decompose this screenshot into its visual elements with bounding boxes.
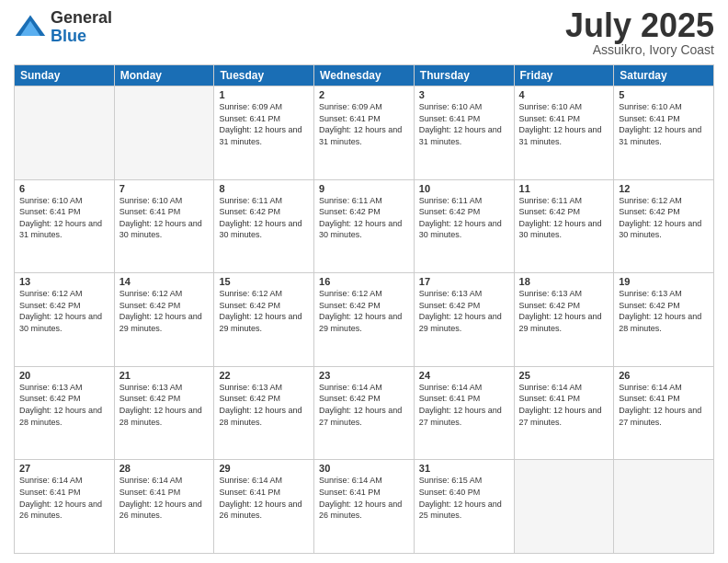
calendar-cell [614,460,714,554]
calendar-cell: 1Sunrise: 6:09 AMSunset: 6:41 PMDaylight… [214,86,314,180]
calendar-cell: 3Sunrise: 6:10 AMSunset: 6:41 PMDaylight… [414,86,514,180]
day-info: Sunrise: 6:13 AMSunset: 6:42 PMDaylight:… [619,288,709,334]
day-info: Sunrise: 6:14 AMSunset: 6:42 PMDaylight:… [319,382,409,428]
calendar-cell: 5Sunrise: 6:10 AMSunset: 6:41 PMDaylight… [614,86,714,180]
calendar-cell: 21Sunrise: 6:13 AMSunset: 6:42 PMDayligh… [114,366,214,460]
day-info: Sunrise: 6:09 AMSunset: 6:41 PMDaylight:… [319,101,409,147]
day-info: Sunrise: 6:12 AMSunset: 6:42 PMDaylight:… [319,288,409,334]
calendar-cell: 24Sunrise: 6:14 AMSunset: 6:41 PMDayligh… [414,366,514,460]
day-number: 4 [519,89,609,100]
day-number: 10 [419,183,509,194]
day-info: Sunrise: 6:11 AMSunset: 6:42 PMDaylight:… [419,195,509,241]
day-number: 29 [219,463,309,474]
calendar-cell: 8Sunrise: 6:11 AMSunset: 6:42 PMDaylight… [214,179,314,273]
logo-general-text: General [51,9,112,28]
calendar-week-4: 27Sunrise: 6:14 AMSunset: 6:41 PMDayligh… [15,460,714,554]
calendar-cell: 17Sunrise: 6:13 AMSunset: 6:42 PMDayligh… [414,273,514,367]
day-number: 8 [219,183,309,194]
day-number: 5 [619,89,709,100]
calendar-cell: 12Sunrise: 6:12 AMSunset: 6:42 PMDayligh… [614,179,714,273]
day-number: 13 [19,276,109,287]
col-wednesday: Wednesday [314,65,415,86]
calendar-week-3: 20Sunrise: 6:13 AMSunset: 6:42 PMDayligh… [15,366,714,460]
day-number: 31 [419,463,509,474]
day-number: 9 [319,183,409,194]
col-thursday: Thursday [414,65,514,86]
day-number: 27 [19,463,109,474]
col-friday: Friday [514,65,614,86]
calendar-cell: 4Sunrise: 6:10 AMSunset: 6:41 PMDaylight… [514,86,614,180]
day-info: Sunrise: 6:12 AMSunset: 6:42 PMDaylight:… [219,288,309,334]
calendar-cell: 23Sunrise: 6:14 AMSunset: 6:42 PMDayligh… [314,366,415,460]
day-info: Sunrise: 6:13 AMSunset: 6:42 PMDaylight:… [419,288,509,334]
calendar-cell: 11Sunrise: 6:11 AMSunset: 6:42 PMDayligh… [514,179,614,273]
day-info: Sunrise: 6:13 AMSunset: 6:42 PMDaylight:… [219,382,309,428]
calendar-cell: 9Sunrise: 6:11 AMSunset: 6:42 PMDaylight… [314,179,415,273]
day-info: Sunrise: 6:14 AMSunset: 6:41 PMDaylight:… [619,382,709,428]
calendar-cell: 10Sunrise: 6:11 AMSunset: 6:42 PMDayligh… [414,179,514,273]
calendar-header-row: Sunday Monday Tuesday Wednesday Thursday… [15,65,714,86]
day-number: 3 [419,89,509,100]
calendar-cell: 30Sunrise: 6:14 AMSunset: 6:41 PMDayligh… [314,460,415,554]
day-info: Sunrise: 6:14 AMSunset: 6:41 PMDaylight:… [119,475,210,521]
calendar-cell: 25Sunrise: 6:14 AMSunset: 6:41 PMDayligh… [514,366,614,460]
calendar-cell: 22Sunrise: 6:13 AMSunset: 6:42 PMDayligh… [214,366,314,460]
day-info: Sunrise: 6:10 AMSunset: 6:41 PMDaylight:… [119,195,210,241]
calendar-cell: 7Sunrise: 6:10 AMSunset: 6:41 PMDaylight… [114,179,214,273]
header: General Blue July 2025 Assuikro, Ivory C… [14,9,714,57]
calendar-week-2: 13Sunrise: 6:12 AMSunset: 6:42 PMDayligh… [15,273,714,367]
calendar-cell: 18Sunrise: 6:13 AMSunset: 6:42 PMDayligh… [514,273,614,367]
calendar-cell: 2Sunrise: 6:09 AMSunset: 6:41 PMDaylight… [314,86,415,180]
title-block: July 2025 Assuikro, Ivory Coast [565,9,714,57]
col-saturday: Saturday [614,65,714,86]
logo-blue-text: Blue [51,28,112,46]
day-info: Sunrise: 6:11 AMSunset: 6:42 PMDaylight:… [219,195,309,241]
day-number: 17 [419,276,509,287]
calendar-cell [514,460,614,554]
logo-text: General Blue [51,9,112,46]
day-number: 7 [119,183,210,194]
logo: General Blue [14,9,112,46]
calendar-cell: 31Sunrise: 6:15 AMSunset: 6:40 PMDayligh… [414,460,514,554]
day-info: Sunrise: 6:12 AMSunset: 6:42 PMDaylight:… [619,195,709,241]
day-number: 26 [619,370,709,381]
day-info: Sunrise: 6:13 AMSunset: 6:42 PMDaylight:… [119,382,210,428]
calendar-cell [114,86,214,180]
day-info: Sunrise: 6:12 AMSunset: 6:42 PMDaylight:… [119,288,210,334]
calendar-cell: 6Sunrise: 6:10 AMSunset: 6:41 PMDaylight… [15,179,115,273]
day-number: 12 [619,183,709,194]
calendar-cell: 13Sunrise: 6:12 AMSunset: 6:42 PMDayligh… [15,273,115,367]
day-info: Sunrise: 6:12 AMSunset: 6:42 PMDaylight:… [19,288,109,334]
page: General Blue July 2025 Assuikro, Ivory C… [0,0,728,563]
day-number: 22 [219,370,309,381]
day-number: 20 [19,370,109,381]
day-number: 18 [519,276,609,287]
logo-icon [14,11,47,44]
calendar-table: Sunday Monday Tuesday Wednesday Thursday… [14,64,714,554]
day-number: 14 [119,276,210,287]
day-info: Sunrise: 6:15 AMSunset: 6:40 PMDaylight:… [419,475,509,521]
calendar-cell: 15Sunrise: 6:12 AMSunset: 6:42 PMDayligh… [214,273,314,367]
month-title: July 2025 [565,9,714,42]
calendar-week-1: 6Sunrise: 6:10 AMSunset: 6:41 PMDaylight… [15,179,714,273]
day-info: Sunrise: 6:14 AMSunset: 6:41 PMDaylight:… [19,475,109,521]
calendar-cell: 26Sunrise: 6:14 AMSunset: 6:41 PMDayligh… [614,366,714,460]
day-number: 16 [319,276,409,287]
day-info: Sunrise: 6:10 AMSunset: 6:41 PMDaylight:… [19,195,109,241]
day-number: 11 [519,183,609,194]
day-number: 23 [319,370,409,381]
calendar-cell: 27Sunrise: 6:14 AMSunset: 6:41 PMDayligh… [15,460,115,554]
day-number: 21 [119,370,210,381]
day-info: Sunrise: 6:14 AMSunset: 6:41 PMDaylight:… [319,475,409,521]
day-number: 25 [519,370,609,381]
col-sunday: Sunday [15,65,115,86]
day-info: Sunrise: 6:13 AMSunset: 6:42 PMDaylight:… [19,382,109,428]
day-number: 2 [319,89,409,100]
day-info: Sunrise: 6:14 AMSunset: 6:41 PMDaylight:… [519,382,609,428]
day-number: 24 [419,370,509,381]
day-info: Sunrise: 6:14 AMSunset: 6:41 PMDaylight:… [419,382,509,428]
calendar-cell: 29Sunrise: 6:14 AMSunset: 6:41 PMDayligh… [214,460,314,554]
day-number: 6 [19,183,109,194]
day-info: Sunrise: 6:11 AMSunset: 6:42 PMDaylight:… [519,195,609,241]
col-tuesday: Tuesday [214,65,314,86]
